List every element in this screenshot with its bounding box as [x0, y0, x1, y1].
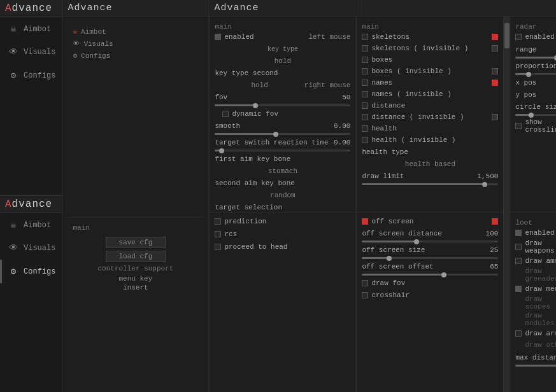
skull-icon-2: ☠ [8, 220, 18, 230]
visual-label-4: names [371, 79, 392, 87]
enabled-value: left mouse [308, 33, 350, 41]
draw-limit-label: draw limit [362, 172, 404, 180]
color-indicator-dark [492, 45, 498, 52]
hold2-label: hold [251, 81, 267, 89]
off-screen-offset-label: off screen offset [362, 263, 433, 270]
gear-icon: ⚙ [8, 70, 18, 81]
crosshair-checkbox[interactable] [362, 292, 368, 298]
target-switch-slider[interactable] [215, 150, 350, 151]
radar-enabled-checkbox[interactable] [515, 34, 522, 40]
smooth-label: smooth [215, 122, 240, 130]
draw-weapons-label: draw weapons [525, 239, 556, 255]
dynamic-fov-checkbox[interactable] [222, 111, 229, 117]
save-cfg-btn[interactable]: save cfg [106, 237, 166, 248]
smooth-slider[interactable] [215, 133, 350, 135]
loot-section-label: loot [515, 219, 556, 227]
sidebar-item-label: Visuals [24, 48, 55, 57]
draw-weapons-checkbox[interactable] [515, 244, 522, 250]
first-aim-label: first aim key bone [215, 155, 290, 163]
visual-checkbox-9[interactable] [362, 137, 368, 143]
proceed-label: proceed to head [224, 243, 287, 251]
sidebar-bottom-item-configs[interactable]: ⚙ Configs [0, 260, 62, 283]
off-screen-distance-slider[interactable] [362, 241, 498, 242]
rcs-checkbox[interactable] [215, 231, 221, 237]
visual-checkbox-3[interactable] [362, 68, 368, 74]
visual-checkbox-0[interactable] [362, 34, 368, 40]
insert-label: insert [123, 284, 148, 291]
proceed-checkbox[interactable] [215, 244, 221, 250]
visual-checkbox-8[interactable] [362, 125, 368, 132]
visual-item-row: boxes ( invisible ) [362, 66, 498, 76]
range-slider[interactable] [515, 57, 556, 59]
visual-checkbox-2[interactable] [362, 57, 368, 63]
show-crosslines-checkbox[interactable] [515, 123, 522, 129]
sidebar-item-configs[interactable]: ⚙ Configs [0, 64, 62, 87]
prediction-checkbox[interactable] [215, 218, 221, 225]
load-cfg-btn[interactable]: load cfg [106, 251, 166, 262]
visual-item-row: skeletons ( invisible ) [362, 43, 498, 53]
skull-icon: ☠ [8, 24, 18, 34]
target-switch-label: target switch reaction time [215, 139, 328, 146]
proportion-label: proportion [515, 62, 556, 70]
max-distance-label: max distance [515, 354, 556, 361]
configs-section-label: main [73, 224, 198, 232]
visual-item-row: boxes [362, 55, 498, 65]
sidebar-item-label: Configs [24, 267, 55, 276]
sidebar-item-visuals[interactable]: 👁 Visuals [0, 41, 62, 64]
visual-checkbox-7[interactable] [362, 114, 368, 120]
draw-limit-slider[interactable] [362, 183, 498, 185]
visuals-section-main: main [362, 23, 498, 31]
advance-header-2: Advance [209, 0, 362, 16]
enabled-checkbox[interactable] [215, 34, 221, 40]
draw-fov-label: draw fov [371, 279, 405, 287]
off-screen-offset-slider[interactable] [362, 274, 498, 276]
visual-label-0: skeletons [371, 33, 409, 41]
fov-label: fov [215, 94, 227, 101]
visual-checkbox-1[interactable] [362, 45, 368, 52]
prediction-label: prediction [224, 218, 266, 225]
sidebar-item-aimbot[interactable]: ☠ Aimbot [0, 17, 62, 41]
draw-armor-checkbox[interactable] [515, 330, 522, 337]
off-screen-distance-value: 100 [486, 230, 499, 237]
aimbot-section-main: main [215, 23, 350, 31]
x-pos-label: x pos [515, 79, 536, 87]
off-screen-checkbox[interactable] [362, 218, 368, 225]
sidebar-item-label: Visuals [24, 244, 55, 253]
range-label: range [515, 46, 536, 53]
off-screen-distance-label: off screen distance [362, 230, 441, 237]
sidebar-item-label: Configs [24, 71, 55, 80]
visuals-scrollbar[interactable] [503, 17, 510, 392]
visual-item-row: distance ( invisible ) [362, 112, 498, 122]
loot-enabled-checkbox[interactable] [515, 230, 522, 236]
visual-label-1: skeletons ( invisible ) [371, 45, 468, 52]
draw-fov-checkbox[interactable] [362, 280, 368, 286]
sidebar-bottom-item-aimbot[interactable]: ☠ Aimbot [0, 213, 62, 237]
draw-limit-value: 1,500 [477, 172, 498, 180]
eye-icon: 👁 [8, 47, 18, 57]
visual-checkbox-4[interactable] [362, 80, 368, 86]
draw-ammo-checkbox[interactable] [515, 258, 522, 264]
hold-label: hold [274, 57, 291, 65]
sidebar-top-title: Advance [0, 0, 62, 17]
color-indicator-dark [492, 114, 498, 120]
color-indicator-red [492, 80, 498, 86]
dynamic-fov-label: dynamic fov [232, 110, 278, 118]
visual-checkbox-6[interactable] [362, 102, 368, 109]
draw-medic-checkbox[interactable] [515, 286, 522, 292]
right-mouse-label: right mouse [304, 81, 351, 89]
panel-aimbot-label: Aimbot [81, 28, 106, 36]
visual-label-7: distance ( invisible ) [371, 113, 464, 121]
circle-size-slider[interactable] [515, 114, 556, 116]
second-aim-label: second aim key bone [215, 179, 294, 187]
fov-slider[interactable] [215, 104, 350, 106]
off-screen-size-slider[interactable] [362, 257, 498, 259]
sidebar-bottom-item-visuals[interactable]: 👁 Visuals [0, 237, 62, 260]
visual-item-row: distance [362, 101, 498, 111]
visual-item-row: skeletons [362, 32, 498, 42]
visual-checkbox-5[interactable] [362, 91, 368, 97]
panel-configs-label: Configs [81, 52, 110, 60]
max-distance-slider[interactable] [515, 365, 556, 367]
visual-item-row: names [362, 78, 498, 88]
proportion-slider[interactable] [515, 73, 556, 75]
enabled-label: enabled [224, 33, 253, 41]
